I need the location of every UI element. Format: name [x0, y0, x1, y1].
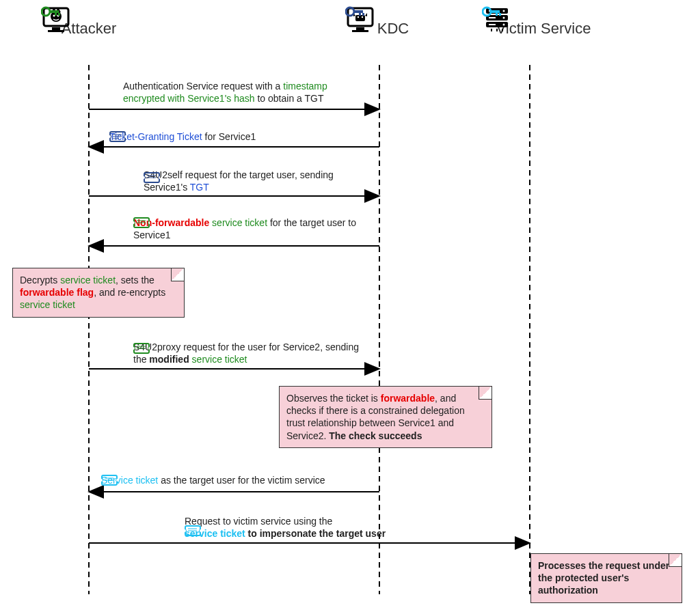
note-victim: Processes the request under the protecte… [530, 553, 682, 603]
svg-rect-18 [55, 13, 57, 16]
svg-rect-11 [52, 27, 60, 30]
svg-rect-29 [362, 13, 364, 16]
svg-rect-38 [489, 24, 496, 25]
svg-point-73 [185, 529, 187, 533]
svg-rect-45 [499, 13, 501, 16]
sequence-diagram: Attacker KDC [0, 0, 700, 612]
note-kdc: Observes the ticket is forwardable, and … [279, 386, 492, 448]
svg-rect-27 [353, 10, 363, 13]
svg-point-34 [503, 17, 505, 19]
msg-3: S4U2self request for the target user, se… [144, 169, 362, 193]
svg-point-16 [42, 8, 50, 16]
key-icon [482, 5, 502, 18]
svg-point-69 [116, 479, 118, 482]
msg-2: Ticket-Granting Ticket for Service1 [109, 131, 355, 143]
svg-point-35 [503, 24, 505, 26]
svg-point-47 [109, 135, 111, 139]
note-attacker: Decrypts service ticket, sets the forwar… [12, 268, 185, 318]
svg-rect-21 [356, 27, 364, 30]
svg-point-54 [159, 176, 161, 180]
svg-point-33 [503, 10, 505, 12]
svg-rect-12 [48, 30, 64, 32]
svg-point-48 [124, 135, 126, 139]
participant-attacker: Attacker [41, 5, 137, 36]
svg-point-53 [144, 176, 146, 180]
svg-rect-43 [490, 10, 500, 13]
svg-point-64 [148, 347, 150, 350]
svg-point-59 [148, 221, 150, 225]
participant-victim: Victim Service [482, 5, 605, 36]
svg-rect-28 [359, 13, 361, 16]
ticket-icon [133, 343, 150, 354]
ticket-icon [101, 475, 118, 486]
svg-rect-44 [496, 13, 498, 16]
svg-point-63 [133, 347, 135, 350]
svg-point-68 [101, 479, 103, 482]
participant-kdc: KDC [345, 5, 441, 36]
svg-rect-19 [58, 13, 60, 16]
ticket-icon [109, 131, 126, 142]
svg-rect-22 [352, 30, 368, 32]
ticket-icon [144, 172, 160, 183]
msg-1: Authentication Service request with a ti… [123, 81, 355, 105]
svg-point-26 [346, 8, 354, 16]
msg-5: S4U2proxy request for the user for Servi… [133, 342, 366, 365]
svg-point-74 [200, 529, 202, 533]
msg-6: Service ticket as the target user for th… [101, 475, 375, 487]
key-icon [345, 5, 366, 18]
svg-rect-17 [49, 10, 59, 13]
svg-point-58 [133, 221, 135, 225]
ticket-icon [133, 217, 150, 228]
key-icon [41, 5, 62, 18]
msg-4: Non-forwardable service ticket for the t… [133, 217, 366, 241]
ticket-icon [185, 525, 201, 536]
msg-7: Request to victim service using the serv… [185, 516, 479, 540]
svg-point-42 [483, 8, 491, 16]
